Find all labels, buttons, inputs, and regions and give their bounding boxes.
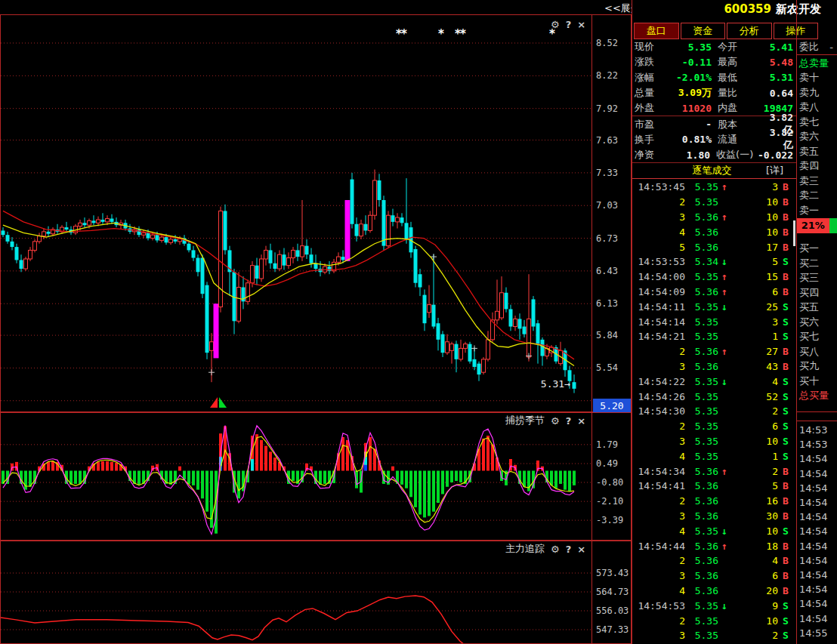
tick-cell: 4 [632,451,685,462]
quote-value: -0.022 [758,149,796,161]
time-row: 14:55 [797,640,837,644]
tick-cell: B [778,570,796,581]
quote-value: 0.81% [666,134,712,145]
close-icon[interactable]: × [577,415,585,427]
time-row: 14:54 [797,481,837,495]
quote-label: 内盘 [712,101,760,115]
season-panel-title: 捕捞季节 [505,414,545,427]
tick-cell: ↑ [718,541,730,552]
quote-label: 流通 [712,133,760,146]
buy-level-label: 买四 [797,285,837,300]
tick-row: 35.352S [632,628,796,643]
tick-cell: 10 [730,525,778,537]
tick-list: 14:53:455.35↑3B25.3510B35.36↑10B45.3610B… [632,180,796,644]
tick-cell: 5.36 [685,585,718,596]
tick-cell: 1 [730,331,778,342]
tick-cell: S [778,436,796,447]
tracker-axis-label: 547.33 [596,624,631,635]
quote-value: 1.80 [666,149,710,161]
trading-terminal: <<展开 8.528.227.927.637.337.036.736.436.1… [0,0,837,644]
close-icon[interactable]: × [577,19,585,30]
tick-scrollbar[interactable] [793,220,795,246]
quote-label: 涨跌 [632,55,666,69]
tick-cell: ↑ [718,286,730,297]
tick-cell: 5.36 [685,226,718,238]
strip-separator [797,411,837,412]
kline-panel: 8.528.227.927.637.337.036.736.436.135.84… [0,14,632,412]
quote-row: 净资1.80收益(一)-0.022 [632,147,796,162]
time-row: 14:54 [797,510,837,524]
tick-cell: S [778,256,796,267]
tick-cell: 10 [730,211,778,223]
tick-row: 14:54:095.36↑6B [632,285,796,300]
quote-value: 5.31 [760,72,796,83]
axis-divider [591,541,592,643]
tick-cell: 5 [632,242,685,253]
gear-icon[interactable]: ⚙ [551,415,560,427]
tick-cell: 4 [632,585,685,596]
tick-cell: ↑ [718,211,730,223]
tick-cell: 5.36 [685,211,718,223]
tick-detail-link[interactable]: [详] [766,164,796,177]
quote-label: 换手 [632,133,666,146]
tick-row: 25.3616B [632,494,796,509]
tick-cell: ↑ [718,271,730,282]
time-row: 14:54 [797,568,837,582]
bid-ask-ratio-bar: 21% [797,218,837,233]
tick-cell: 14:54:14 [632,316,685,328]
tick-row: 25.3510S [632,613,796,628]
axis-divider [591,413,592,540]
buy-flag-icon [219,397,227,408]
sell-level-label: 卖二 [797,189,837,204]
tick-cell: 2 [632,346,685,357]
sell-flag-icon [210,397,218,408]
tick-cell: 3 [730,316,778,328]
tick-cell: ↑ [718,466,730,477]
help-icon[interactable]: ? [566,19,572,30]
tick-cell: 10 [730,436,778,447]
tick-cell: S [778,615,796,627]
tab-盘口[interactable]: 盘口 [634,23,679,39]
close-icon[interactable]: × [577,544,585,555]
tick-cell: 5.35 [685,391,718,402]
tick-cell: 14:54:00 [632,271,685,282]
tick-cell: 6 [730,286,778,297]
tick-cell: 2 [632,615,685,627]
tick-cell: 5.36 [685,495,718,507]
depth-strip: 委比-总卖量卖十卖九卖八卖七卖六卖五卖四卖三卖二卖一21%买一买二买三买四买五买… [796,0,837,644]
quote-row: 涨跌-0.11最高5.48 [632,54,796,69]
help-icon[interactable]: ? [566,415,572,427]
tick-cell: B [778,541,796,552]
tick-cell: 2 [632,421,685,432]
tick-cell: 52 [730,391,778,402]
time-row: 14:54 [797,524,837,538]
tab-分析[interactable]: 分析 [727,23,772,39]
season-axis-label: -2.10 [596,496,631,507]
tick-cell: ↓ [718,301,730,313]
tick-cell: 5.35 [685,271,718,282]
weibi-label: 委比 [799,40,819,54]
tick-cell: B [778,480,796,491]
sell-level-label: 卖四 [797,159,837,174]
tick-row: 14:54:115.35↓25S [632,299,796,314]
help-icon[interactable]: ? [566,544,572,555]
quote-label: 最高 [712,55,760,69]
tick-cell: ↑ [718,346,730,357]
tick-cell: S [778,600,796,612]
weibi-row: 委比- [797,39,837,55]
tab-资金[interactable]: 资金 [681,23,726,39]
price-axis-label: 7.92 [596,103,631,114]
quote-value: 5.41 [760,42,796,53]
quote-label: 今开 [712,40,760,54]
price-axis-label: 6.13 [596,298,631,309]
tick-cell: 14:54:11 [632,301,685,313]
tick-cell: ↓ [718,256,730,267]
tick-cell: 6 [730,421,778,432]
tick-cell: ↓ [718,376,730,387]
tick-cell: B [778,271,796,282]
tick-cell: 3 [632,361,685,372]
kline-toolbar: ⚙ ? × [551,19,585,30]
gear-icon[interactable]: ⚙ [551,544,560,555]
tick-cell: 14:54:41 [632,480,685,491]
time-row: 14:54 [797,467,837,481]
